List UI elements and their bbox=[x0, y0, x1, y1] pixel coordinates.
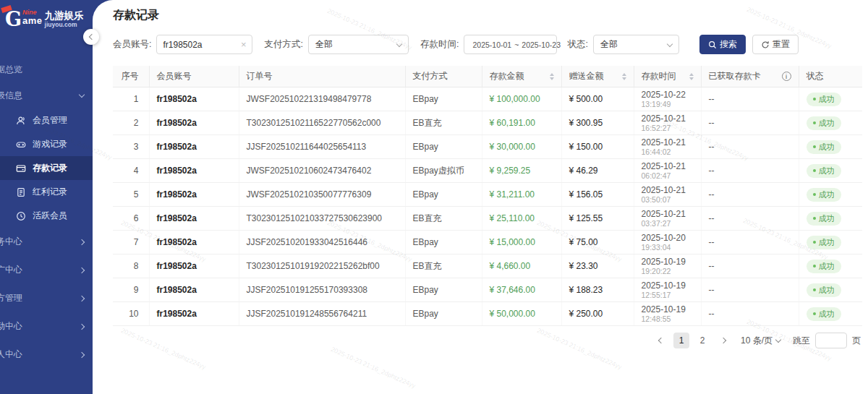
sort-icon[interactable] bbox=[550, 73, 554, 80]
logo-domain: jiuyou.com bbox=[45, 21, 84, 28]
page-size-value: 10 条/页 bbox=[741, 335, 773, 347]
cell-status: 成功 bbox=[799, 159, 862, 183]
cell-deposit-card: -- bbox=[701, 111, 799, 135]
sidebar-item-level-info[interactable]: 级信息 bbox=[0, 82, 93, 108]
sidebar-item-promotion-center[interactable]: 广中心 bbox=[0, 256, 93, 284]
chevron-left-icon bbox=[89, 34, 95, 40]
cell-account: fr198502a bbox=[149, 231, 239, 254]
clear-input-icon[interactable]: × bbox=[241, 40, 247, 49]
col-seq: 序号 bbox=[113, 66, 149, 87]
sidebar-item-thirdparty-management[interactable]: 方管理 bbox=[0, 284, 93, 312]
page-size-select[interactable]: 10 条/页 bbox=[741, 335, 780, 347]
cell-bonus-amount: ¥ 250.00 bbox=[561, 302, 634, 326]
deposit-date: 2025-10-19 bbox=[642, 257, 694, 267]
info-icon[interactable]: i bbox=[782, 72, 791, 81]
cell-deposit-time: 2025-10-20 19:33:04 bbox=[634, 231, 701, 254]
cell-pay-method: EBpay bbox=[405, 87, 482, 111]
app-logo[interactable]: G Nine ame 九游娱乐 jiuyou.com bbox=[0, 0, 93, 43]
sidebar-item-personal-center[interactable]: 人中心 bbox=[0, 341, 93, 369]
col-deposit-time[interactable]: 存款时间 bbox=[634, 66, 701, 87]
cell-seq: 4 bbox=[113, 159, 149, 183]
status-dot-icon bbox=[813, 121, 816, 124]
col-deposit-amount[interactable]: 存款金额 bbox=[482, 66, 561, 87]
cell-order-no: JJSF202510201933042516446 bbox=[239, 231, 405, 254]
sort-icon[interactable] bbox=[622, 73, 626, 80]
deposit-clock: 16:52:27 bbox=[642, 124, 694, 132]
member-account-input[interactable] bbox=[163, 40, 231, 50]
sidebar-item-member-management[interactable]: 会员管理 bbox=[0, 108, 93, 132]
deposit-time-range-picker[interactable]: 2025-10-01 ~ 2025-10-23 bbox=[464, 35, 557, 54]
cell-order-no: JWSF202510210602473476402 bbox=[239, 159, 405, 183]
chevron-down-icon bbox=[396, 40, 402, 46]
chevron-right-icon bbox=[79, 351, 85, 357]
cell-deposit-card: -- bbox=[701, 183, 799, 207]
sidebar-item-game-records[interactable]: 游戏记录 bbox=[0, 132, 93, 156]
cell-bonus-amount: ¥ 500.00 bbox=[561, 87, 634, 111]
sidebar-collapse-button[interactable] bbox=[83, 29, 99, 45]
cell-pay-method: EB直充 bbox=[405, 254, 482, 278]
chevron-right-icon bbox=[720, 338, 726, 343]
status-text: 成功 bbox=[819, 237, 835, 248]
deposit-clock: 03:50:07 bbox=[642, 195, 694, 204]
status-dot-icon bbox=[813, 241, 816, 244]
status-select[interactable]: 全部 bbox=[593, 35, 679, 54]
sidebar-item-label: 红利记录 bbox=[33, 186, 67, 198]
cell-account: fr198502a bbox=[149, 159, 239, 183]
pay-method-select[interactable]: 全部 bbox=[308, 35, 409, 54]
deposit-time-label: 存款时间: bbox=[420, 38, 459, 51]
status-dot-icon bbox=[813, 312, 816, 315]
prev-page-button[interactable] bbox=[652, 333, 668, 348]
cell-deposit-card: -- bbox=[701, 254, 799, 278]
table-row: 10 fr198502a JJSF202510191248556764211 E… bbox=[113, 302, 862, 326]
cell-account: fr198502a bbox=[149, 278, 239, 302]
status-dot-icon bbox=[813, 145, 816, 148]
deposit-date: 2025-10-20 bbox=[642, 233, 694, 243]
cell-deposit-card: -- bbox=[701, 135, 799, 159]
page-button-2[interactable]: 2 bbox=[694, 333, 710, 348]
reset-button[interactable]: 重置 bbox=[752, 35, 799, 54]
cell-order-no: JJSF202510191248556764211 bbox=[239, 302, 405, 326]
sidebar-item-overview[interactable]: 据总览 bbox=[0, 56, 93, 82]
next-page-button[interactable] bbox=[715, 333, 731, 348]
sidebar-item-deposit-records[interactable]: 存款记录 bbox=[0, 156, 93, 180]
logo-brand: 九游娱乐 jiuyou.com bbox=[45, 10, 84, 28]
cell-status: 成功 bbox=[799, 278, 862, 302]
col-status: 状态 bbox=[799, 66, 862, 87]
sidebar-item-finance-center[interactable]: 务中心 bbox=[0, 228, 93, 256]
cell-deposit-time: 2025-10-21 03:50:07 bbox=[634, 183, 701, 207]
jump-unit-label: 页 bbox=[852, 335, 861, 347]
status-badge: 成功 bbox=[807, 116, 841, 130]
cell-seq: 8 bbox=[113, 254, 149, 278]
col-bonus-amount[interactable]: 赠送金额 bbox=[561, 66, 634, 87]
cell-account: fr198502a bbox=[149, 135, 239, 159]
status-dot-icon bbox=[813, 169, 816, 172]
cell-bonus-amount: ¥ 188.23 bbox=[561, 278, 634, 302]
chevron-down-icon bbox=[79, 91, 85, 97]
status-badge: 成功 bbox=[807, 188, 841, 202]
sidebar-item-label: 人中心 bbox=[0, 348, 22, 361]
cell-seq: 1 bbox=[113, 87, 149, 111]
status-badge: 成功 bbox=[807, 164, 841, 178]
cell-deposit-amount: ¥ 15,000.00 bbox=[482, 231, 561, 254]
search-button[interactable]: 搜索 bbox=[699, 35, 746, 54]
sidebar-item-active-members[interactable]: 活跃会员 bbox=[0, 204, 93, 228]
table-row: 4 fr198502a JWSF202510210602473476402 EB… bbox=[113, 159, 862, 183]
deposit-date: 2025-10-19 bbox=[642, 280, 694, 291]
cell-deposit-time: 2025-10-19 19:20:22 bbox=[634, 254, 701, 278]
status-text: 成功 bbox=[819, 118, 835, 129]
sidebar-item-bonus-records[interactable]: 红利记录 bbox=[0, 180, 93, 204]
active-members-icon bbox=[16, 211, 26, 221]
sidebar-item-activity-center[interactable]: 动中心 bbox=[0, 312, 93, 341]
cell-deposit-time: 2025-10-21 03:37:27 bbox=[634, 207, 701, 231]
status-text: 成功 bbox=[819, 309, 835, 320]
chevron-right-icon bbox=[79, 267, 85, 273]
sort-icon[interactable] bbox=[689, 73, 694, 80]
page-button-1[interactable]: 1 bbox=[673, 333, 689, 348]
sidebar-menu: 据总览 级信息 会员管理 游戏记录 存款记录 红利记录 bbox=[0, 56, 93, 369]
cell-status: 成功 bbox=[799, 254, 862, 278]
sidebar-item-label: 游戏记录 bbox=[33, 138, 67, 150]
main-content: 存款记录 会员账号: × 支付方式: 全部 存款时间: 2025-10-01 ~… bbox=[93, 0, 868, 394]
status-badge: 成功 bbox=[807, 140, 841, 154]
jump-page-input[interactable] bbox=[815, 333, 847, 348]
cell-pay-method: EBpay bbox=[405, 302, 482, 326]
